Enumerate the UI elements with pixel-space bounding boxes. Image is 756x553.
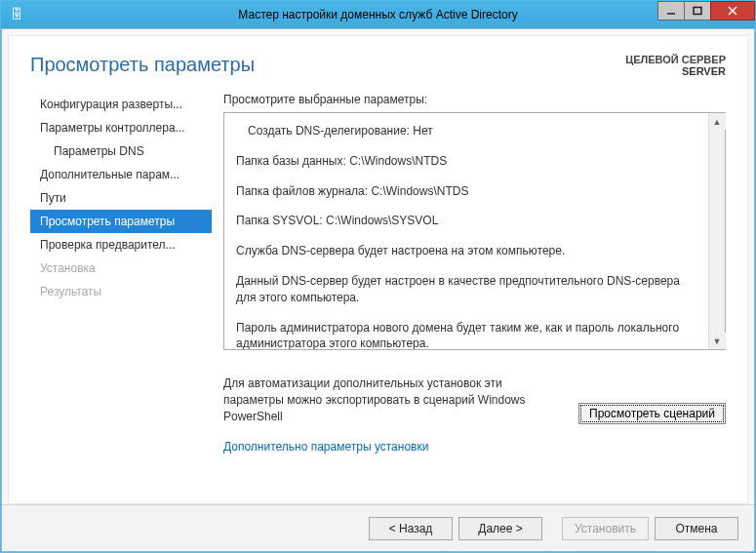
wizard-step[interactable]: Проверка предварител... [30, 233, 212, 257]
window-title: Мастер настройки доменных служб Active D… [1, 8, 755, 21]
wizard-step[interactable]: Параметры контроллера... [30, 116, 212, 139]
view-script-button[interactable]: Просмотреть сценарий [578, 403, 726, 424]
target-server-value: SERVER [625, 65, 726, 77]
review-options-box: Создать DNS-делегирование: НетПапка базы… [223, 112, 726, 350]
titlebar[interactable]: 🗄 Мастер настройки доменных служб Active… [1, 1, 755, 28]
body-row: Конфигурация разверты...Параметры контро… [9, 85, 747, 503]
main-panel: Просмотрите выбранные параметры: Создать… [223, 89, 726, 494]
scrollbar[interactable]: ▲ ▼ [708, 113, 725, 349]
review-line: Папка файлов журнала: C:\Windows\NTDS [236, 183, 696, 200]
wizard-step: Установка [30, 257, 212, 280]
review-line: Папка базы данных: C:\Windows\NTDS [236, 153, 696, 170]
wizard-step[interactable]: Конфигурация разверты... [30, 93, 212, 116]
review-line: Данный DNS-сервер будет настроен в качес… [236, 273, 696, 306]
button-bar: < Назад Далее > Установить Отмена [2, 504, 754, 551]
window-controls [658, 1, 755, 20]
review-line: Создать DNS-делегирование: Нет [236, 123, 696, 139]
content-area: Просмотреть параметры ЦЕЛЕВОЙ СЕРВЕР SER… [8, 35, 748, 504]
next-button[interactable]: Далее > [458, 517, 542, 540]
export-description: Для автоматизации дополнительных установ… [223, 375, 555, 424]
review-line: Служба DNS-сервера будет настроена на эт… [236, 243, 696, 259]
export-footer: Для автоматизации дополнительных установ… [223, 350, 726, 430]
back-button[interactable]: < Назад [369, 517, 453, 540]
target-server-box: ЦЕЛЕВОЙ СЕРВЕР SERVER [625, 54, 726, 77]
wizard-step: Результаты [30, 280, 212, 303]
scroll-down-icon[interactable]: ▼ [709, 333, 726, 349]
instruction-text: Просмотрите выбранные параметры: [223, 89, 726, 112]
wizard-steps: Конфигурация разверты...Параметры контро… [30, 89, 212, 494]
page-title: Просмотреть параметры [30, 54, 255, 76]
minimize-button[interactable] [657, 1, 685, 20]
cancel-button[interactable]: Отмена [655, 517, 738, 540]
header-row: Просмотреть параметры ЦЕЛЕВОЙ СЕРВЕР SER… [9, 36, 747, 85]
review-content[interactable]: Создать DNS-делегирование: НетПапка базы… [224, 113, 708, 349]
target-server-label: ЦЕЛЕВОЙ СЕРВЕР [625, 54, 726, 65]
wizard-step[interactable]: Пути [30, 186, 212, 210]
wizard-step[interactable]: Параметры DNS [30, 139, 212, 163]
wizard-step[interactable]: Дополнительные парам... [30, 163, 212, 186]
install-button: Установить [562, 517, 649, 540]
app-icon: 🗄 [9, 7, 24, 22]
dialog-body: Просмотреть параметры ЦЕЛЕВОЙ СЕРВЕР SER… [1, 28, 755, 552]
more-options-link[interactable]: Дополнительно параметры установки [223, 440, 726, 454]
review-line: Пароль администратора нового домена буде… [236, 320, 696, 349]
review-line: Папка SYSVOL: C:\Windows\SYSVOL [236, 213, 696, 229]
scroll-up-icon[interactable]: ▲ [709, 113, 726, 130]
close-button[interactable] [710, 1, 755, 20]
maximize-button[interactable] [684, 1, 711, 20]
wizard-step[interactable]: Просмотреть параметры [30, 210, 212, 233]
window-frame: 🗄 Мастер настройки доменных служб Active… [0, 0, 756, 553]
svg-rect-1 [694, 8, 701, 15]
